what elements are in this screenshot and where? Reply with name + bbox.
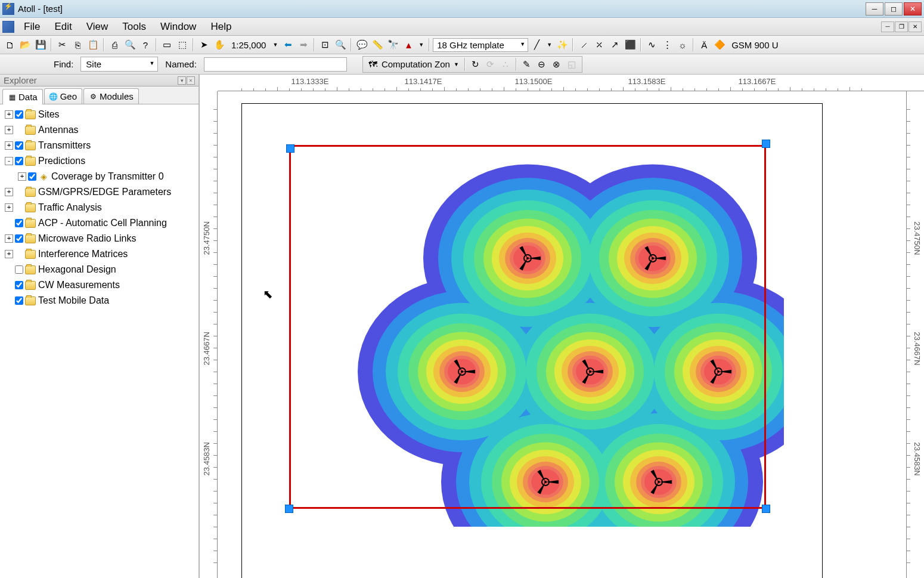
site-icon[interactable] <box>635 240 671 276</box>
tip-button[interactable]: 💬 <box>355 38 369 52</box>
tree-checkbox[interactable] <box>15 141 23 150</box>
tree-item[interactable]: Test Mobile Data <box>1 293 197 308</box>
selection-handle[interactable] <box>286 144 294 153</box>
zone-icon[interactable]: 🗺 <box>367 58 380 71</box>
zone-b5-button[interactable]: ⊖ <box>535 58 548 71</box>
t4-button[interactable]: ⬛ <box>623 38 637 52</box>
expand-icon[interactable]: + <box>5 110 13 119</box>
named-input[interactable] <box>204 57 347 72</box>
binoculars-button[interactable]: 🔭 <box>386 38 400 52</box>
explorer-dropdown-button[interactable]: ▾ <box>178 76 186 85</box>
mdi-restore-button[interactable]: ❐ <box>895 21 908 32</box>
expand-icon[interactable] <box>5 281 13 289</box>
rect2-button[interactable]: ⬚ <box>175 38 190 52</box>
explorer-tab-modules[interactable]: ⚙Modules <box>83 88 139 104</box>
antenna-button[interactable]: Ä <box>697 38 711 52</box>
line-button[interactable]: ╱ <box>529 38 544 52</box>
expand-icon[interactable]: + <box>5 203 13 212</box>
new-button[interactable]: 🗋 <box>2 38 17 52</box>
site-icon[interactable] <box>528 464 563 500</box>
site-icon[interactable] <box>572 354 608 390</box>
site-button[interactable]: ▲ <box>401 38 416 52</box>
expand-icon[interactable]: + <box>5 141 13 150</box>
tree-item[interactable]: -Predictions <box>1 153 197 169</box>
tree-checkbox[interactable] <box>28 172 36 181</box>
palette-button[interactable]: 🔶 <box>712 38 727 52</box>
mdi-close-button[interactable]: ✕ <box>909 21 922 32</box>
scale-dropdown[interactable]: ▼ <box>271 42 280 48</box>
zone-b3-button[interactable]: ∴ <box>499 58 512 71</box>
menu-file[interactable]: File <box>17 18 47 35</box>
measure-button[interactable]: 📏 <box>370 38 385 52</box>
tree-checkbox[interactable] <box>15 234 23 243</box>
tree-item[interactable]: +Traffic Analysis <box>1 200 197 215</box>
tree-item[interactable]: CW Measurements <box>1 277 197 293</box>
open-button[interactable]: 📂 <box>18 38 32 52</box>
zone-refresh-button[interactable]: ↻ <box>469 58 482 71</box>
expand-icon[interactable]: - <box>5 157 13 165</box>
zoom-area-button[interactable]: ⊡ <box>318 38 332 52</box>
tree-checkbox[interactable] <box>15 265 23 274</box>
wand-button[interactable]: ✨ <box>555 38 569 52</box>
t7-button[interactable]: ☼ <box>675 38 690 52</box>
site-dropdown[interactable]: ▼ <box>417 42 426 48</box>
forward-button[interactable]: ➡ <box>296 38 311 52</box>
back-button[interactable]: ⬅ <box>281 38 295 52</box>
tree-checkbox[interactable] <box>15 157 23 165</box>
selection-handle[interactable] <box>762 505 770 513</box>
close-button[interactable]: ✕ <box>904 2 922 16</box>
t3-button[interactable]: ↗ <box>607 38 622 52</box>
menu-help[interactable]: Help <box>203 18 238 35</box>
zone-b7-button[interactable]: ◱ <box>565 58 578 71</box>
zone-b2-button[interactable]: ⟳ <box>484 58 497 71</box>
zone-dropdown[interactable]: ▼ <box>452 61 461 67</box>
pan-button[interactable]: ✋ <box>212 38 227 52</box>
tree-checkbox[interactable] <box>15 219 23 227</box>
preview-button[interactable]: 🔍 <box>123 38 137 52</box>
expand-icon[interactable] <box>5 296 13 305</box>
site-icon[interactable] <box>700 354 736 390</box>
explorer-close-button[interactable]: × <box>187 76 195 85</box>
rect-button[interactable]: ▭ <box>160 38 174 52</box>
menu-view[interactable]: View <box>79 18 116 35</box>
tree-checkbox[interactable] <box>15 110 23 119</box>
find-type-combo[interactable]: Site <box>80 57 158 72</box>
tree-item[interactable]: +Sites <box>1 107 197 122</box>
site-icon[interactable] <box>444 354 480 390</box>
expand-icon[interactable]: + <box>5 234 13 243</box>
cut-button[interactable]: ✂ <box>55 38 69 52</box>
t1-button[interactable]: ⟋ <box>576 38 591 52</box>
menu-tools[interactable]: Tools <box>115 18 153 35</box>
tree-item[interactable]: +Interference Matrices <box>1 246 197 262</box>
explorer-tab-geo[interactable]: 🌐Geo <box>44 88 82 104</box>
tree-item[interactable]: +Microwave Radio Links <box>1 231 197 246</box>
tree-item[interactable]: ACP - Automatic Cell Planning <box>1 215 197 231</box>
expand-icon[interactable]: + <box>5 188 13 196</box>
expand-icon[interactable] <box>5 219 13 227</box>
copy-button[interactable]: ⎘ <box>70 38 85 52</box>
explorer-tab-data[interactable]: ▦Data <box>2 89 43 104</box>
template-combo[interactable]: 18 GHz template <box>433 38 528 52</box>
line-dropdown[interactable]: ▼ <box>545 42 554 48</box>
pointer-button[interactable]: ➤ <box>197 38 211 52</box>
explorer-tree[interactable]: +Sites+Antennas+Transmitters-Predictions… <box>0 104 199 578</box>
tree-checkbox[interactable] <box>15 281 23 289</box>
maximize-button[interactable]: ◻ <box>885 2 903 16</box>
mdi-minimize-button[interactable]: ─ <box>881 21 894 32</box>
menu-edit[interactable]: Edit <box>47 18 79 35</box>
map-canvas[interactable]: ⬉ <box>218 91 906 578</box>
tree-checkbox[interactable] <box>15 296 23 305</box>
tree-item[interactable]: +GSM/GPRS/EDGE Parameters <box>1 184 197 200</box>
t2-button[interactable]: ⤫ <box>592 38 606 52</box>
selection-handle[interactable] <box>762 140 770 148</box>
tree-item[interactable]: +Antennas <box>1 122 197 138</box>
site-icon[interactable] <box>510 240 545 276</box>
save-button[interactable]: 💾 <box>33 38 48 52</box>
zone-b4-button[interactable]: ✎ <box>520 58 534 71</box>
paste-button[interactable]: 📋 <box>86 38 100 52</box>
tree-item[interactable]: Hexagonal Design <box>1 262 197 277</box>
zone-b6-button[interactable]: ⊗ <box>550 58 563 71</box>
tree-item[interactable]: +◈Coverage by Transmitter 0 <box>1 169 197 184</box>
print-button[interactable]: ⎙ <box>107 38 122 52</box>
map-area[interactable]: 113.1333E113.1417E113.1500E113.1583E113.… <box>200 75 924 578</box>
